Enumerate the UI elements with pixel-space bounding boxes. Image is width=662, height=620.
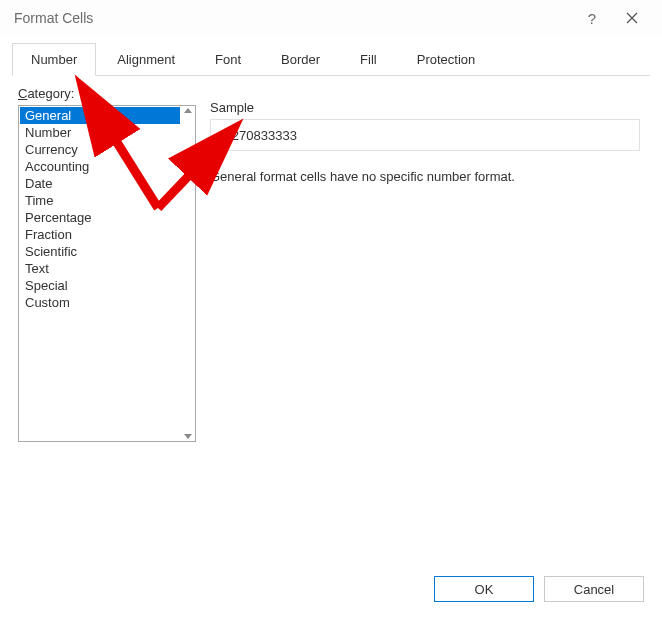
category-item-special[interactable]: Special — [20, 277, 180, 294]
scroll-up-icon[interactable] — [184, 108, 192, 113]
listbox-scrollbar[interactable] — [181, 106, 195, 441]
category-item-number[interactable]: Number — [20, 124, 180, 141]
help-icon: ? — [588, 10, 596, 27]
help-button[interactable]: ? — [572, 3, 612, 33]
cancel-button[interactable]: Cancel — [544, 576, 644, 602]
category-item-date[interactable]: Date — [20, 175, 180, 192]
sample-value: 0.270833333 — [221, 128, 297, 143]
content-area: Category: GeneralNumberCurrencyAccountin… — [0, 76, 662, 442]
close-button[interactable] — [612, 3, 652, 33]
tab-fill[interactable]: Fill — [341, 43, 396, 76]
category-item-percentage[interactable]: Percentage — [20, 209, 180, 226]
category-item-custom[interactable]: Custom — [20, 294, 180, 311]
sample-label: Sample — [210, 100, 648, 115]
tab-border[interactable]: Border — [262, 43, 339, 76]
format-description: General format cells have no specific nu… — [210, 169, 648, 184]
category-item-text[interactable]: Text — [20, 260, 180, 277]
tab-strip: NumberAlignmentFontBorderFillProtection — [12, 36, 650, 76]
tab-alignment[interactable]: Alignment — [98, 43, 194, 76]
details-column: Sample 0.270833333 General format cells … — [210, 86, 648, 442]
category-item-accounting[interactable]: Accounting — [20, 158, 180, 175]
scroll-down-icon[interactable] — [184, 434, 192, 439]
category-column: Category: GeneralNumberCurrencyAccountin… — [18, 86, 196, 442]
category-item-general[interactable]: General — [20, 107, 180, 124]
category-item-fraction[interactable]: Fraction — [20, 226, 180, 243]
sample-display: 0.270833333 — [210, 119, 640, 151]
dialog-buttons: OK Cancel — [434, 576, 644, 602]
category-item-scientific[interactable]: Scientific — [20, 243, 180, 260]
category-listbox[interactable]: GeneralNumberCurrencyAccountingDateTimeP… — [18, 105, 196, 442]
dialog-title: Format Cells — [14, 10, 572, 26]
category-item-currency[interactable]: Currency — [20, 141, 180, 158]
category-item-time[interactable]: Time — [20, 192, 180, 209]
tab-protection[interactable]: Protection — [398, 43, 495, 76]
ok-button[interactable]: OK — [434, 576, 534, 602]
close-icon — [625, 11, 639, 25]
titlebar: Format Cells ? — [0, 0, 662, 36]
tab-number[interactable]: Number — [12, 43, 96, 76]
tab-font[interactable]: Font — [196, 43, 260, 76]
category-label: Category: — [18, 86, 196, 101]
